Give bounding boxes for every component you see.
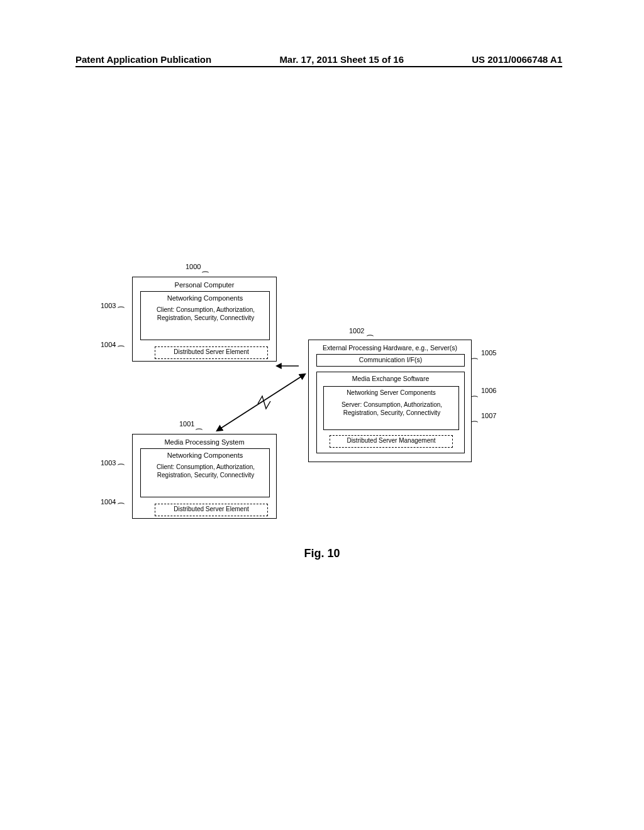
pc-title: Personal Computer xyxy=(133,279,276,291)
ref-1004-b: 1004 xyxy=(101,498,116,506)
lead-1006: ⌢ xyxy=(470,391,479,401)
page-header: Patent Application Publication Mar. 17, … xyxy=(75,54,562,67)
ref-1003-a: 1003 xyxy=(101,302,116,309)
ref-1001: 1001 xyxy=(179,420,194,428)
box-client-2: Client: Consumption, Authorization, Regi… xyxy=(146,462,265,489)
box-external-processing-hardware: External Processing Hardware, e.g., Serv… xyxy=(308,340,472,462)
ref-1004-a: 1004 xyxy=(101,341,116,348)
lead-1003-b: ⌢ xyxy=(117,459,125,469)
box-dse-1: Distributed Server Element xyxy=(155,346,268,359)
nc2-title: Networking Components xyxy=(141,449,269,462)
box-comm-if: Communication I/F(s) xyxy=(316,354,465,367)
box-networking-components-1: Networking Components Client: Consumptio… xyxy=(140,291,270,340)
box-media-processing-system: Media Processing System Networking Compo… xyxy=(132,434,277,519)
header-left: Patent Application Publication xyxy=(75,54,211,65)
lead-1003-a: ⌢ xyxy=(117,302,125,312)
ref-1006: 1006 xyxy=(481,387,496,394)
box-server-desc: Server: Consumption, Authorization, Regi… xyxy=(328,399,456,424)
box-media-exchange-software: Media Exchange Software Networking Serve… xyxy=(316,372,465,453)
bidirectional-arrow-icon xyxy=(204,358,318,440)
nsc-title: Networking Server Components xyxy=(324,387,458,399)
lead-1005: ⌢ xyxy=(470,353,479,363)
lead-1004-a: ⌢ xyxy=(117,341,125,351)
lead-1001: ⌢ xyxy=(195,424,203,434)
lead-1002: ⌢ xyxy=(366,330,374,340)
figure-caption: Fig. 10 xyxy=(0,547,644,560)
box-client-1: Client: Consumption, Authorization, Regi… xyxy=(146,304,265,332)
ref-1000: 1000 xyxy=(186,263,201,270)
box-personal-computer: Personal Computer Networking Components … xyxy=(132,277,277,362)
header-right: US 2011/0066748 A1 xyxy=(472,54,562,65)
lead-1000: ⌢ xyxy=(201,267,209,277)
lead-1007: ⌢ xyxy=(470,416,479,426)
ref-1002: 1002 xyxy=(349,327,364,335)
header-mid: Mar. 17, 2011 Sheet 15 of 16 xyxy=(279,54,404,65)
mes-title: Media Exchange Software xyxy=(317,372,464,384)
ref-1003-b: 1003 xyxy=(101,459,116,467)
box-dse-2: Distributed Server Element xyxy=(155,504,268,516)
nc1-title: Networking Components xyxy=(141,292,269,304)
lead-1004-b: ⌢ xyxy=(117,498,125,508)
ref-1007: 1007 xyxy=(481,412,496,419)
ref-1005: 1005 xyxy=(481,349,496,357)
eph-title: External Processing Hardware, e.g., Serv… xyxy=(309,341,471,353)
box-dsm: Distributed Server Management xyxy=(330,435,453,448)
diagram: Personal Computer Networking Components … xyxy=(101,270,553,572)
svg-line-0 xyxy=(217,374,305,431)
box-networking-components-2: Networking Components Client: Consumptio… xyxy=(140,448,270,497)
box-networking-server-components: Networking Server Components Server: Con… xyxy=(323,386,459,430)
